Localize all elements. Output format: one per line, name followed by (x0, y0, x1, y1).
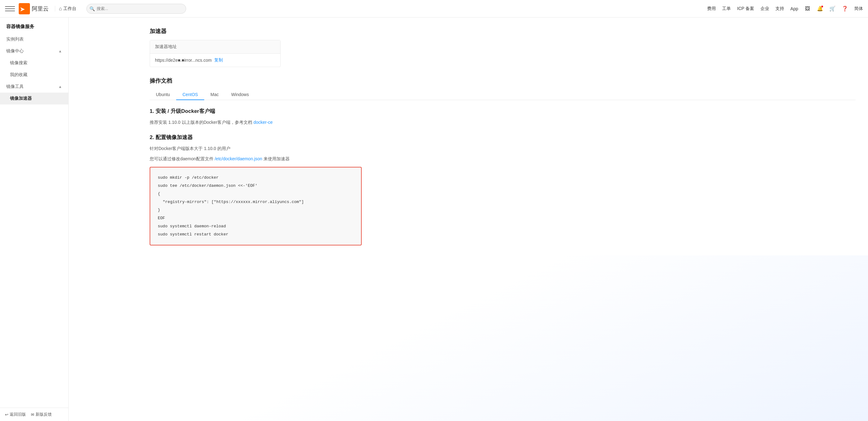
nav-search-container: 🔍 (86, 4, 186, 14)
tab-ubuntu[interactable]: Ubuntu (150, 90, 176, 100)
sidebar-group-mirror-center[interactable]: 镜像中心 ▲ (0, 45, 68, 57)
accelerator-box: 加速器地址 https://de2e■.■irror...ncs.com 复制 (150, 40, 281, 67)
sidebar-item-label: 我的收藏 (10, 72, 27, 78)
accelerator-box-body: https://de2e■.■irror...ncs.com 复制 (150, 54, 280, 67)
step2-desc2: 您可以通过修改daemon配置文件 /etc/docker/daemon.jso… (150, 155, 856, 163)
step2-desc1: 针对Docker客户端版本大于 1.10.0 的用户 (150, 145, 856, 152)
code-line-2: sudo tee /etc/docker/daemon.json <<-'EOF… (158, 182, 353, 190)
sidebar-item-label: 实例列表 (6, 36, 24, 42)
page-layout: 容器镜像服务 实例列表 镜像中心 ▲ 镜像搜索 我的收藏 镜像工具 ▲ 镜像加速… (0, 18, 868, 421)
code-line-4: "registry-mirrors": ["https://xxxxxx.mir… (158, 198, 353, 206)
code-line-3: { (158, 190, 353, 198)
accelerator-title: 加速器 (150, 27, 856, 35)
nav-fee[interactable]: 费用 (707, 6, 716, 11)
sidebar-item-label: 镜像加速器 (10, 96, 32, 101)
image-icon[interactable]: 🖼 (804, 6, 811, 12)
sidebar-footer: ↩ 返回旧版 ✉ 新版反馈 (0, 408, 68, 421)
daemon-json-link[interactable]: /etc/docker/daemon.json (215, 156, 262, 161)
tab-centos[interactable]: CentOS (176, 90, 204, 100)
workbench-label: 工作台 (63, 6, 76, 11)
nav-ticket[interactable]: 工单 (722, 6, 731, 11)
accelerator-box-header: 加速器地址 (150, 40, 280, 54)
sidebar-item-instance-list[interactable]: 实例列表 (0, 33, 68, 45)
bell-icon[interactable]: 🔔 (817, 6, 823, 12)
docs-tabs: Ubuntu CentOS Mac Windows (150, 90, 856, 100)
search-input[interactable] (86, 4, 186, 14)
feedback-btn[interactable]: ✉ 新版反馈 (31, 412, 52, 417)
cart-icon[interactable]: 🛒 (829, 6, 836, 12)
sidebar-group-mirror-tools[interactable]: 镜像工具 ▲ (0, 81, 68, 93)
code-line-7: sudo systemctl daemon-reload (158, 222, 353, 231)
step1-title: 1. 安装 / 升级Docker客户端 (150, 108, 856, 115)
sidebar: 容器镜像服务 实例列表 镜像中心 ▲ 镜像搜索 我的收藏 镜像工具 ▲ 镜像加速… (0, 18, 69, 421)
tab-mac[interactable]: Mac (204, 90, 225, 100)
step1-text: 推荐安装 1.10.0 以上版本的Docker客户端，参考文档 docker-c… (150, 119, 856, 126)
chevron-up-icon: ▲ (58, 85, 62, 89)
accelerator-url: https://de2e■.■irror...ncs.com (155, 58, 212, 63)
nav-logo: ➤ 阿里云 (19, 3, 49, 14)
feedback-label: 新版反馈 (35, 412, 52, 417)
sidebar-item-mirror-search[interactable]: 镜像搜索 (0, 57, 68, 69)
nav-icp[interactable]: ICP 备案 (737, 6, 754, 11)
code-line-5: } (158, 206, 353, 214)
aliyun-logo-icon: ➤ (19, 3, 30, 14)
notification-dot (821, 6, 823, 7)
top-nav: ➤ 阿里云 ⌂ 工作台 🔍 费用 工单 ICP 备案 企业 支持 App 🖼 🔔… (0, 0, 868, 18)
back-label: 返回旧版 (10, 412, 26, 417)
main-content: 加速器 加速器地址 https://de2e■.■irror...ncs.com… (137, 18, 868, 255)
docs-title: 操作文档 (150, 77, 856, 85)
hamburger-menu[interactable] (5, 4, 15, 14)
back-to-old-btn[interactable]: ↩ 返回旧版 (5, 412, 26, 417)
sidebar-service-title: 容器镜像服务 (0, 18, 68, 33)
home-icon: ⌂ (59, 6, 62, 11)
nav-workbench[interactable]: ⌂ 工作台 (55, 6, 80, 11)
search-icon: 🔍 (90, 6, 95, 11)
mail-icon: ✉ (31, 412, 34, 417)
sidebar-item-label: 镜像搜索 (10, 60, 27, 66)
chevron-up-icon: ▲ (58, 49, 62, 53)
svg-text:➤: ➤ (20, 6, 25, 12)
nav-logo-text: 阿里云 (32, 5, 49, 12)
nav-right: 费用 工单 ICP 备案 企业 支持 App 🖼 🔔 🛒 ❓ 简体 (707, 6, 863, 12)
code-line-8: sudo systemctl restart docker (158, 231, 353, 239)
copy-button[interactable]: 复制 (214, 57, 223, 63)
profile-label[interactable]: 简体 (854, 6, 863, 11)
sidebar-group-label: 镜像中心 (6, 48, 24, 54)
code-block: sudo mkdir -p /etc/docker sudo tee /etc/… (150, 167, 362, 245)
sidebar-item-mirror-accelerator[interactable]: 镜像加速器 (0, 93, 68, 104)
step1-link[interactable]: docker-ce (253, 120, 273, 125)
help-icon[interactable]: ❓ (842, 6, 848, 12)
code-line-6: EOF (158, 214, 353, 222)
code-line-1: sudo mkdir -p /etc/docker (158, 174, 353, 182)
nav-app[interactable]: App (790, 6, 798, 11)
back-icon: ↩ (5, 412, 8, 417)
sidebar-item-my-favorites[interactable]: 我的收藏 (0, 69, 68, 81)
sidebar-group-label: 镜像工具 (6, 84, 24, 90)
tab-windows[interactable]: Windows (225, 90, 255, 100)
nav-support[interactable]: 支持 (775, 6, 784, 11)
step2-title: 2. 配置镜像加速器 (150, 134, 856, 141)
nav-enterprise[interactable]: 企业 (761, 6, 769, 11)
